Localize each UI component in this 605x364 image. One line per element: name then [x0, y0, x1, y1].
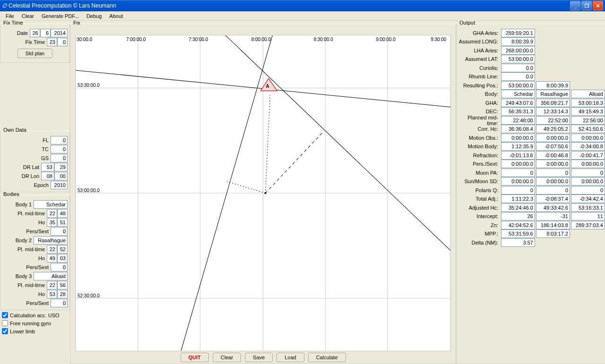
body2-ho-d[interactable] [47, 254, 57, 262]
output-row-plmid: Planned mid-time:22:48:0022:52:0022:56:0… [458, 116, 605, 125]
output-value-refr-2: -0:00:41.7 [571, 151, 605, 160]
output-row-zn: Zn:42:04:52.6186:14:03.8289:37:03.4 [458, 221, 605, 229]
calculate-button[interactable]: Calculate [308, 353, 346, 362]
std-plan-button[interactable]: Std plan [17, 49, 52, 58]
output-row-mbody: Motion Body:1:12:35.9-0:07:50.6-0:34:00.… [458, 142, 605, 151]
body3-ho-d[interactable] [47, 290, 57, 298]
drlat-label: DR Lat [2, 164, 41, 170]
body1-mid-m[interactable] [57, 209, 68, 218]
body3-ho-m[interactable] [57, 290, 68, 298]
epoch-input[interactable] [51, 181, 68, 189]
body3-mid-m[interactable] [57, 281, 68, 289]
fixtime-min-input[interactable] [57, 38, 68, 46]
output-group: Output GHA Aries:259:59:20.1Assumed LONG… [456, 21, 605, 364]
date-year-input[interactable] [51, 29, 68, 37]
output-label-mobs: Motion Obs.: [458, 135, 500, 141]
drlon-min-input[interactable] [54, 172, 68, 180]
title-bar: ∅ Celestial Precomputation © Lars Neuman… [0, 0, 605, 11]
body2-mid-m[interactable] [57, 245, 68, 254]
body3-mid-h[interactable] [47, 281, 57, 289]
drlat-min-input[interactable] [54, 163, 68, 171]
output-value-mobs-1: 0:00:00.0 [536, 134, 570, 142]
menu-about[interactable]: About [105, 12, 127, 20]
menu-clear[interactable]: Clear [18, 12, 38, 20]
svg-line-14 [265, 95, 270, 193]
output-row-mpp: MPP.:53:31:59.68:03:17.2 [458, 229, 605, 238]
gyro-checkbox[interactable]: Free running gyro [0, 319, 70, 327]
output-label-psext: Pers./Sext: [458, 161, 500, 167]
output-value-dec-2: 49:15:49.3 [571, 107, 605, 116]
output-value-dec-0: 56:35:31.3 [501, 107, 535, 116]
body3-ho-label: Ho [2, 291, 47, 297]
output-row-mobs: Motion Obs.:0:00:00.00:00:00.00:00:00.0 [458, 134, 605, 142]
load-button[interactable]: Load [277, 353, 304, 362]
bodies-group: Bodies Body 1 Pl. mid-time Ho Pers/Sext … [0, 192, 70, 310]
svg-text:53:30:00.0: 53:30:00.0 [78, 83, 100, 88]
menu-bar: File Clear Generate PDF... Debug About [0, 11, 605, 21]
output-value-mpp-1: 8:03:17.2 [536, 229, 570, 238]
body2-mid-h[interactable] [47, 245, 57, 254]
svg-text:53:00:00.0: 53:00:00.0 [78, 188, 100, 193]
svg-text:9:00:00.0: 9:00:00.0 [376, 37, 396, 42]
body1-ps[interactable] [51, 227, 68, 236]
output-value-mbody-1: -0:07:50.6 [536, 142, 570, 151]
output-value-polaris-0: 0 [501, 186, 535, 195]
maximize-button[interactable]: ❐ [581, 1, 592, 10]
menu-generate-pdf[interactable]: Generate PDF... [38, 12, 83, 20]
output-value-smsd-2: 0:00:00.0 [571, 177, 605, 186]
output-value-refr-1: -0:00:46.8 [536, 151, 570, 160]
close-button[interactable]: ✕ [593, 1, 603, 10]
output-label-body: Body: [458, 91, 500, 97]
save-button[interactable]: Save [245, 353, 273, 362]
owndata-group: Own Data FL TC GS DR Lat DR Lon Epoch [0, 128, 70, 192]
bottom-toolbar: QUIT Clear Save Load Calculate [70, 352, 456, 363]
body3-ps[interactable] [51, 299, 68, 307]
output-label-assumed_lat: Assumed LAT: [458, 56, 500, 62]
fix-legend: Fix [72, 20, 81, 25]
drlat-deg-input[interactable] [41, 163, 54, 171]
body3-name-input[interactable] [34, 272, 68, 280]
output-value-mbody-2: -0:34:00.8 [571, 142, 605, 151]
output-value-plmid-0: 22:48:00 [501, 116, 535, 125]
date-day-input[interactable] [30, 29, 40, 37]
svg-text:8:30:00.0: 8:30:00.0 [314, 37, 334, 42]
body2-ho-m[interactable] [57, 254, 68, 262]
svg-line-15 [225, 181, 265, 193]
body2-name-input[interactable] [34, 236, 68, 245]
date-month-input[interactable] [40, 29, 51, 37]
uso-checkbox[interactable]: Calculation acc. USO [0, 311, 70, 319]
minimize-button[interactable]: _ [570, 1, 580, 10]
body2-label: Body 2 [2, 237, 34, 243]
output-row-refr: Refraction:-0:01:13.6-0:00:46.8-0:00:41.… [458, 151, 605, 160]
fixtime-hour-input[interactable] [47, 38, 57, 46]
output-row-moonpa: Moon PA:000 [458, 169, 605, 177]
body1-label: Body 1 [2, 202, 34, 207]
menu-debug[interactable]: Debug [83, 12, 105, 20]
tc-input[interactable] [51, 145, 68, 153]
output-value-intc-2: 11 [571, 212, 605, 220]
limb-checkbox[interactable]: Lower limb [0, 327, 70, 335]
output-value-dec-1: 12:33:14.3 [536, 107, 570, 116]
output-value-mobs-2: 0:00:00.0 [571, 134, 605, 142]
drlon-deg-input[interactable] [41, 172, 54, 180]
output-value-plmid-2: 22:56:00 [571, 116, 605, 125]
output-value-gha-1: 356:08:21.7 [536, 99, 570, 107]
body1-mid-h[interactable] [47, 209, 57, 218]
body1-ho-d[interactable] [47, 218, 57, 227]
body1-name-input[interactable] [34, 200, 68, 209]
body1-ho-m[interactable] [57, 218, 68, 227]
body2-ps[interactable] [51, 263, 68, 271]
output-row-smsd: Sun/Moon SD:0:00:00.00:00:00.00:00:00.0 [458, 177, 605, 186]
gs-input[interactable] [51, 154, 68, 162]
output-value-gha-0: 249:43:07.6 [501, 99, 535, 107]
output-row-tadj: Total Adj.:1:11:22.3-0:08:37.4-0:34:42.4 [458, 195, 605, 203]
output-value-gha-2: 53:00:18.3 [571, 99, 605, 107]
quit-button[interactable]: QUIT [181, 353, 209, 362]
clear-button[interactable]: Clear [213, 353, 241, 362]
output-value-gha_aries-0: 259:59:20.1 [501, 29, 535, 37]
fl-input[interactable] [51, 136, 68, 144]
output-row-rhumb: Rhumb Line:0.0 [458, 72, 605, 81]
menu-file[interactable]: File [2, 12, 18, 20]
output-value-corrhc-2: 52:41:50.6 [571, 125, 605, 133]
output-label-mpp: MPP.: [458, 231, 500, 237]
